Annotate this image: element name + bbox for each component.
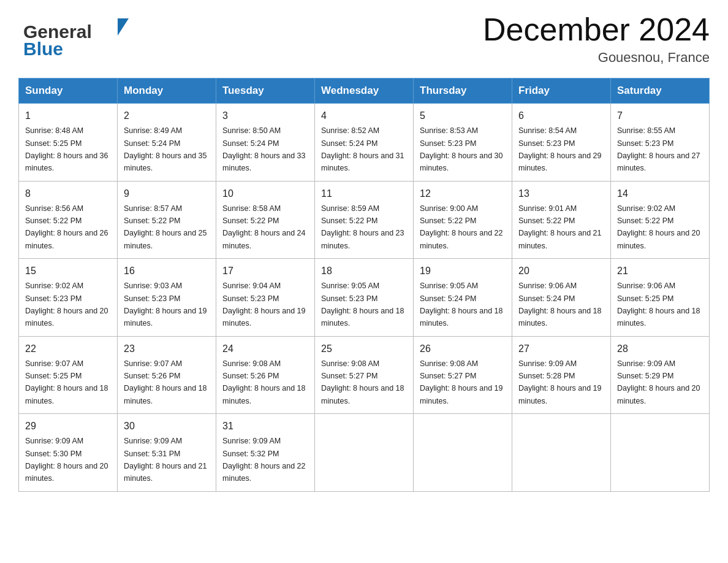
calendar-cell: 20 Sunrise: 9:06 AMSunset: 5:24 PMDaylig… — [512, 259, 611, 337]
calendar-cell: 16 Sunrise: 9:03 AMSunset: 5:23 PMDaylig… — [118, 259, 216, 337]
week-row-4: 22 Sunrise: 9:07 AMSunset: 5:25 PMDaylig… — [19, 336, 710, 414]
calendar-cell: 31 Sunrise: 9:09 AMSunset: 5:32 PMDaylig… — [216, 414, 315, 492]
day-info: Sunrise: 9:02 AMSunset: 5:23 PMDaylight:… — [25, 282, 108, 327]
calendar-cell: 26 Sunrise: 9:08 AMSunset: 5:27 PMDaylig… — [414, 336, 512, 414]
day-info: Sunrise: 9:09 AMSunset: 5:30 PMDaylight:… — [25, 437, 108, 483]
calendar-cell: 13 Sunrise: 9:01 AMSunset: 5:22 PMDaylig… — [512, 181, 611, 259]
weekday-header-saturday: Saturday — [611, 79, 710, 104]
calendar-cell: 2 Sunrise: 8:49 AMSunset: 5:24 PMDayligh… — [118, 104, 216, 182]
page-header: General Blue December 2024 Gouesnou, Fra… — [18, 12, 710, 66]
day-number: 29 — [25, 419, 111, 434]
day-info: Sunrise: 9:09 AMSunset: 5:29 PMDaylight:… — [617, 359, 700, 405]
day-info: Sunrise: 8:48 AMSunset: 5:25 PMDaylight:… — [25, 126, 108, 172]
day-number: 25 — [321, 342, 407, 356]
weekday-header-monday: Monday — [118, 79, 216, 104]
day-info: Sunrise: 9:08 AMSunset: 5:27 PMDaylight:… — [321, 359, 404, 405]
day-info: Sunrise: 9:06 AMSunset: 5:24 PMDaylight:… — [518, 282, 602, 327]
logo-svg: General Blue — [18, 12, 135, 61]
day-number: 17 — [222, 264, 308, 278]
week-row-1: 1 Sunrise: 8:48 AMSunset: 5:25 PMDayligh… — [19, 104, 710, 182]
calendar-cell: 28 Sunrise: 9:09 AMSunset: 5:29 PMDaylig… — [611, 336, 710, 414]
day-number: 9 — [124, 186, 210, 201]
day-info: Sunrise: 8:52 AMSunset: 5:24 PMDaylight:… — [321, 126, 404, 172]
day-number: 16 — [124, 264, 210, 278]
day-number: 23 — [124, 342, 210, 356]
svg-marker-1 — [118, 18, 129, 36]
calendar-cell: 14 Sunrise: 9:02 AMSunset: 5:22 PMDaylig… — [611, 181, 710, 259]
calendar-cell: 11 Sunrise: 8:59 AMSunset: 5:22 PMDaylig… — [315, 181, 414, 259]
day-info: Sunrise: 9:02 AMSunset: 5:22 PMDaylight:… — [617, 204, 700, 250]
location: Gouesnou, France — [483, 50, 710, 66]
day-number: 31 — [222, 419, 308, 434]
day-info: Sunrise: 9:05 AMSunset: 5:24 PMDaylight:… — [420, 282, 503, 327]
day-info: Sunrise: 9:00 AMSunset: 5:22 PMDaylight:… — [420, 204, 503, 250]
calendar-cell: 10 Sunrise: 8:58 AMSunset: 5:22 PMDaylig… — [216, 181, 315, 259]
day-info: Sunrise: 8:50 AMSunset: 5:24 PMDaylight:… — [222, 126, 306, 172]
calendar-cell — [315, 414, 414, 492]
weekday-header-tuesday: Tuesday — [216, 79, 315, 104]
day-number: 26 — [420, 342, 506, 356]
weekday-header-sunday: Sunday — [19, 79, 118, 104]
calendar-cell: 4 Sunrise: 8:52 AMSunset: 5:24 PMDayligh… — [315, 104, 414, 182]
calendar-cell — [512, 414, 611, 492]
day-number: 12 — [420, 186, 506, 201]
day-number: 22 — [25, 342, 111, 356]
day-info: Sunrise: 9:07 AMSunset: 5:25 PMDaylight:… — [25, 359, 108, 405]
title-block: December 2024 Gouesnou, France — [483, 12, 710, 66]
day-info: Sunrise: 9:08 AMSunset: 5:27 PMDaylight:… — [420, 359, 503, 405]
day-info: Sunrise: 9:03 AMSunset: 5:23 PMDaylight:… — [124, 282, 207, 327]
day-number: 21 — [617, 264, 703, 278]
day-number: 3 — [222, 109, 308, 123]
day-number: 2 — [124, 109, 210, 123]
day-number: 28 — [617, 342, 703, 356]
calendar-cell: 25 Sunrise: 9:08 AMSunset: 5:27 PMDaylig… — [315, 336, 414, 414]
calendar-cell: 9 Sunrise: 8:57 AMSunset: 5:22 PMDayligh… — [118, 181, 216, 259]
calendar-cell: 22 Sunrise: 9:07 AMSunset: 5:25 PMDaylig… — [19, 336, 118, 414]
day-info: Sunrise: 9:04 AMSunset: 5:23 PMDaylight:… — [222, 282, 306, 327]
day-info: Sunrise: 9:05 AMSunset: 5:23 PMDaylight:… — [321, 282, 404, 327]
weekday-header-friday: Friday — [512, 79, 611, 104]
weekday-header-row: SundayMondayTuesdayWednesdayThursdayFrid… — [19, 79, 710, 104]
calendar-cell: 8 Sunrise: 8:56 AMSunset: 5:22 PMDayligh… — [19, 181, 118, 259]
calendar-cell: 6 Sunrise: 8:54 AMSunset: 5:23 PMDayligh… — [512, 104, 611, 182]
week-row-3: 15 Sunrise: 9:02 AMSunset: 5:23 PMDaylig… — [19, 259, 710, 337]
calendar-cell: 7 Sunrise: 8:55 AMSunset: 5:23 PMDayligh… — [611, 104, 710, 182]
day-number: 10 — [222, 186, 308, 201]
day-number: 8 — [25, 186, 111, 201]
day-number: 24 — [222, 342, 308, 356]
week-row-5: 29 Sunrise: 9:09 AMSunset: 5:30 PMDaylig… — [19, 414, 710, 492]
day-number: 27 — [518, 342, 604, 356]
day-number: 5 — [420, 109, 506, 123]
day-info: Sunrise: 8:57 AMSunset: 5:22 PMDaylight:… — [124, 204, 207, 250]
day-number: 4 — [321, 109, 407, 123]
day-info: Sunrise: 9:08 AMSunset: 5:26 PMDaylight:… — [222, 359, 306, 405]
day-number: 7 — [617, 109, 703, 123]
calendar-cell: 3 Sunrise: 8:50 AMSunset: 5:24 PMDayligh… — [216, 104, 315, 182]
calendar-cell: 17 Sunrise: 9:04 AMSunset: 5:23 PMDaylig… — [216, 259, 315, 337]
day-info: Sunrise: 9:07 AMSunset: 5:26 PMDaylight:… — [124, 359, 207, 405]
day-number: 19 — [420, 264, 506, 278]
day-info: Sunrise: 8:49 AMSunset: 5:24 PMDaylight:… — [124, 126, 207, 172]
calendar-cell: 18 Sunrise: 9:05 AMSunset: 5:23 PMDaylig… — [315, 259, 414, 337]
calendar-table: SundayMondayTuesdayWednesdayThursdayFrid… — [18, 78, 710, 492]
month-title: December 2024 — [483, 12, 710, 47]
day-number: 30 — [124, 419, 210, 434]
calendar-cell: 12 Sunrise: 9:00 AMSunset: 5:22 PMDaylig… — [414, 181, 512, 259]
day-info: Sunrise: 8:55 AMSunset: 5:23 PMDaylight:… — [617, 126, 700, 172]
day-info: Sunrise: 8:54 AMSunset: 5:23 PMDaylight:… — [518, 126, 602, 172]
day-info: Sunrise: 8:56 AMSunset: 5:22 PMDaylight:… — [25, 204, 108, 250]
calendar-cell: 27 Sunrise: 9:09 AMSunset: 5:28 PMDaylig… — [512, 336, 611, 414]
day-number: 1 — [25, 109, 111, 123]
day-number: 13 — [518, 186, 604, 201]
day-info: Sunrise: 9:09 AMSunset: 5:31 PMDaylight:… — [124, 437, 207, 483]
day-info: Sunrise: 9:09 AMSunset: 5:28 PMDaylight:… — [518, 359, 602, 405]
day-info: Sunrise: 9:09 AMSunset: 5:32 PMDaylight:… — [222, 437, 306, 483]
calendar-cell: 30 Sunrise: 9:09 AMSunset: 5:31 PMDaylig… — [118, 414, 216, 492]
calendar-cell: 5 Sunrise: 8:53 AMSunset: 5:23 PMDayligh… — [414, 104, 512, 182]
week-row-2: 8 Sunrise: 8:56 AMSunset: 5:22 PMDayligh… — [19, 181, 710, 259]
calendar-cell: 23 Sunrise: 9:07 AMSunset: 5:26 PMDaylig… — [118, 336, 216, 414]
day-number: 20 — [518, 264, 604, 278]
calendar-cell: 15 Sunrise: 9:02 AMSunset: 5:23 PMDaylig… — [19, 259, 118, 337]
weekday-header-thursday: Thursday — [414, 79, 512, 104]
day-number: 11 — [321, 186, 407, 201]
